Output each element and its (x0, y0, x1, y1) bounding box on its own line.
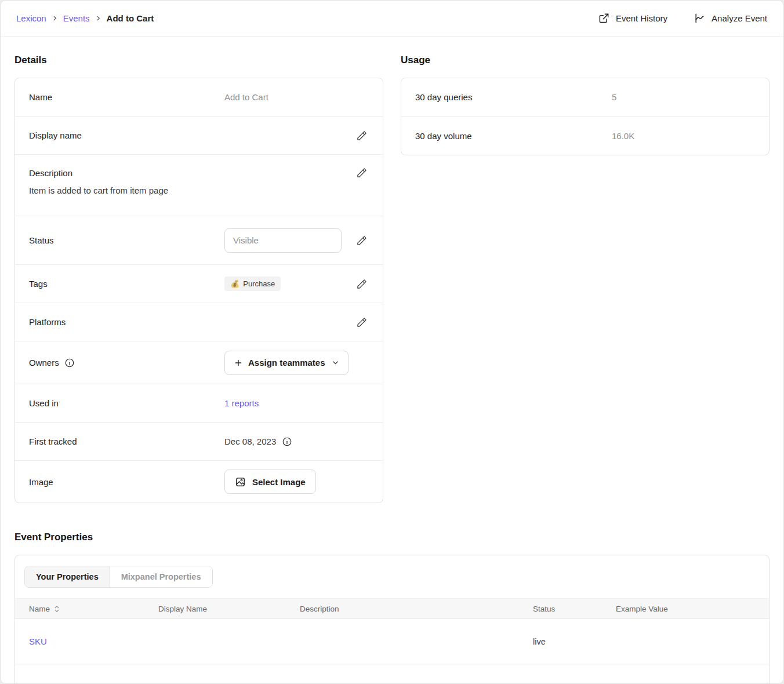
column-header-description: Description (300, 605, 533, 613)
display-name-label: Display name (29, 130, 224, 140)
sort-icon (54, 605, 60, 613)
owners-label: Owners (29, 358, 59, 368)
first-tracked-label: First tracked (29, 436, 224, 446)
edit-tags-button[interactable] (355, 277, 369, 291)
name-value: Add to Cart (224, 92, 268, 102)
image-icon (235, 476, 246, 487)
event-history-label: Event History (616, 13, 667, 23)
plus-icon (234, 358, 243, 368)
edit-display-name-button[interactable] (355, 129, 369, 143)
breadcrumb-current-event: Add to Cart (107, 13, 154, 23)
used-in-reports-link[interactable]: 1 reports (224, 398, 259, 408)
tab-mixpanel-properties[interactable]: Mixpanel Properties (110, 566, 212, 587)
detail-row-owners: Owners Assign teammates (15, 341, 383, 384)
queries-label: 30 day queries (415, 92, 612, 102)
chevron-right-icon (95, 15, 101, 21)
detail-row-status: Status Visible (15, 216, 383, 265)
platforms-label: Platforms (29, 317, 224, 327)
usage-title: Usage (401, 54, 770, 66)
usage-card: 30 day queries 5 30 day volume 16.0K (401, 78, 770, 155)
breadcrumb: Lexicon Events Add to Cart (16, 13, 154, 23)
description-value: Item is added to cart from item page (29, 185, 369, 195)
line-chart-icon (694, 13, 705, 24)
chevron-down-icon (331, 359, 339, 366)
edit-status-button[interactable] (355, 234, 369, 248)
name-label: Name (29, 92, 224, 102)
usage-section: Usage 30 day queries 5 30 day volume 16.… (401, 54, 770, 155)
property-link-sku[interactable]: SKU (29, 636, 47, 646)
event-properties-card: Your Properties Mixpanel Properties Name… (14, 555, 770, 684)
select-image-button[interactable]: Select Image (224, 470, 316, 494)
content-columns: Details Name Add to Cart Display name (1, 54, 783, 503)
status-value: Visible (233, 235, 259, 245)
detail-row-image: Image Select Image (15, 461, 383, 503)
usage-row-queries: 30 day queries 5 (401, 78, 769, 117)
pencil-icon (356, 278, 368, 290)
properties-table: Name Display Name Description Status Exa… (15, 598, 769, 684)
event-properties-title: Event Properties (14, 531, 770, 543)
lexicon-event-detail-page: Lexicon Events Add to Cart Event History (0, 0, 784, 684)
header-actions: Event History Analyze Event (598, 13, 767, 24)
property-status: live (533, 637, 546, 646)
breadcrumb-events[interactable]: Events (63, 13, 90, 23)
assign-teammates-button[interactable]: Assign teammates (224, 351, 349, 375)
top-bar: Lexicon Events Add to Cart Event History (1, 1, 783, 37)
breadcrumb-lexicon[interactable]: Lexicon (16, 13, 46, 23)
used-in-label: Used in (29, 398, 224, 408)
tag-chip-purchase[interactable]: 💰 Purchase (224, 276, 281, 291)
queries-value: 5 (612, 92, 616, 102)
pencil-icon (356, 235, 368, 246)
table-row[interactable]: Scroll % live (15, 664, 769, 684)
property-link-scroll[interactable]: Scroll % (29, 682, 61, 684)
edit-description-button[interactable] (355, 166, 369, 180)
details-section: Details Name Add to Cart Display name (14, 54, 383, 503)
detail-row-description: Description Item is added to cart from i… (15, 155, 383, 216)
info-icon[interactable] (282, 436, 292, 447)
analyze-event-label: Analyze Event (712, 13, 767, 23)
tags-label: Tags (29, 279, 224, 289)
info-icon[interactable] (64, 358, 75, 368)
status-label: Status (29, 235, 224, 245)
description-label: Description (29, 168, 72, 178)
column-header-example-value: Example Value (616, 605, 769, 613)
analyze-event-button[interactable]: Analyze Event (694, 13, 767, 24)
table-row[interactable]: SKU live (15, 619, 769, 664)
detail-row-first-tracked: First tracked Dec 08, 2023 (15, 423, 383, 461)
pencil-icon (356, 130, 368, 141)
tag-chip-label: Purchase (243, 279, 275, 288)
pencil-icon (356, 167, 368, 179)
edit-platforms-button[interactable] (355, 315, 369, 329)
properties-tabs: Your Properties Mixpanel Properties (24, 566, 213, 588)
chevron-right-icon (52, 15, 58, 21)
event-properties-section: Event Properties Your Properties Mixpane… (1, 531, 783, 684)
usage-row-volume: 30 day volume 16.0K (401, 117, 769, 155)
detail-row-platforms: Platforms (15, 303, 383, 341)
details-title: Details (14, 54, 383, 66)
detail-row-used-in: Used in 1 reports (15, 384, 383, 423)
detail-row-name: Name Add to Cart (15, 78, 383, 117)
volume-label: 30 day volume (415, 131, 612, 141)
tab-your-properties[interactable]: Your Properties (25, 566, 110, 587)
pencil-icon (356, 316, 368, 328)
money-bag-icon: 💰 (230, 280, 239, 288)
detail-row-display-name: Display name (15, 117, 383, 155)
column-header-name[interactable]: Name (15, 605, 158, 613)
select-image-label: Select Image (252, 477, 306, 487)
detail-row-tags: Tags 💰 Purchase (15, 265, 383, 303)
status-value-box[interactable]: Visible (224, 228, 342, 253)
details-card: Name Add to Cart Display name Descriptio… (14, 78, 383, 503)
volume-value: 16.0K (612, 131, 634, 141)
external-link-icon (598, 13, 609, 24)
assign-teammates-label: Assign teammates (248, 358, 325, 368)
event-history-button[interactable]: Event History (598, 13, 667, 24)
column-header-name-label: Name (29, 605, 50, 613)
column-header-display-name: Display Name (158, 605, 300, 613)
properties-table-header: Name Display Name Description Status Exa… (15, 598, 769, 619)
first-tracked-value: Dec 08, 2023 (224, 436, 276, 446)
image-label: Image (29, 477, 224, 487)
column-header-status: Status (533, 605, 616, 613)
